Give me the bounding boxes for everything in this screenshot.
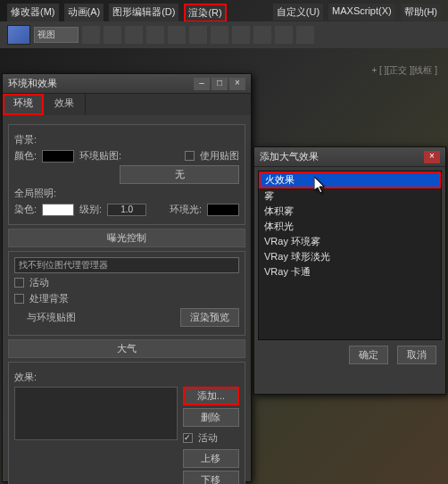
- atm-item-fire[interactable]: 火效果: [259, 171, 441, 188]
- exposure-title[interactable]: 曝光控制: [8, 229, 245, 247]
- main-toolbar: 视图: [0, 21, 448, 48]
- atm-item-vraysphere[interactable]: VRay 球形淡光: [259, 249, 441, 264]
- menu-graph-editors[interactable]: 图形编辑器(D): [109, 4, 178, 22]
- env-titlebar[interactable]: 环境和效果 – □ ×: [3, 74, 251, 94]
- app-icon: [7, 25, 30, 45]
- tab-environment[interactable]: 环境: [3, 94, 44, 115]
- environment-effects-dialog: 环境和效果 – □ × 环境 效果 背景: 颜色: 环境贴图: 使用贴图 无 全…: [2, 73, 252, 482]
- atm-item-vraytoon[interactable]: VRay 卡通: [259, 264, 441, 280]
- menu-help[interactable]: 帮助(H): [401, 4, 441, 21]
- bg-color-label: 颜色:: [14, 149, 37, 163]
- env-title: 环境和效果: [8, 77, 57, 90]
- envmap-label: 环境贴图:: [79, 149, 121, 163]
- procbg-label: 处理背景: [29, 292, 69, 305]
- atmosphere-section: 效果: 添加... 删除 活动 上移 下移 名称: 合并: [8, 362, 245, 484]
- envlight-swatch[interactable]: [207, 204, 239, 216]
- tool-10[interactable]: [275, 26, 293, 44]
- level-spinner[interactable]: 1.0: [107, 204, 146, 216]
- maximize-button[interactable]: □: [212, 78, 228, 90]
- atmos-active-label: 活动: [198, 431, 218, 445]
- atmos-active-checkbox[interactable]: [183, 433, 193, 443]
- tool-11[interactable]: [296, 26, 314, 44]
- withenv-label: 与环境贴图: [27, 311, 76, 324]
- menu-customize[interactable]: 自定义(U): [273, 4, 323, 21]
- render-preview-button[interactable]: 渲染预览: [180, 308, 239, 327]
- exposure-active-checkbox[interactable]: [14, 278, 24, 288]
- atmos-down-button[interactable]: 下移: [183, 471, 239, 484]
- atmos-delete-button[interactable]: 删除: [183, 408, 239, 427]
- atm-item-volfog[interactable]: 体积雾: [259, 204, 441, 219]
- tool-8[interactable]: [232, 26, 250, 44]
- atm-close-button[interactable]: ×: [424, 151, 440, 163]
- add-atmospheric-dialog: 添加大气效果 × 火效果 雾 体积雾 体积光 VRay 环境雾 VRay 球形淡…: [253, 146, 446, 395]
- envlight-label: 环境光:: [170, 203, 202, 216]
- atm-cancel-button[interactable]: 取消: [397, 346, 436, 364]
- atm-titlebar[interactable]: 添加大气效果 ×: [254, 147, 445, 167]
- view-dropdown[interactable]: 视图: [34, 27, 79, 43]
- atmos-effects-list[interactable]: [14, 387, 178, 440]
- atmosphere-title[interactable]: 大气: [8, 339, 245, 358]
- close-button[interactable]: ×: [229, 78, 245, 90]
- menu-rendering[interactable]: 渲染(R): [184, 4, 226, 22]
- atm-effects-list[interactable]: 火效果 雾 体积雾 体积光 VRay 环境雾 VRay 球形淡光 VRay 卡通: [258, 171, 442, 340]
- procbg-checkbox[interactable]: [14, 294, 24, 304]
- viewport-label: + [ ][正交 ][线框 ]: [371, 64, 437, 77]
- menu-modifiers[interactable]: 修改器(M): [7, 4, 59, 22]
- use-map-label: 使用贴图: [200, 149, 239, 163]
- tool-3[interactable]: [125, 26, 143, 44]
- bg-color-swatch[interactable]: [42, 150, 74, 163]
- atm-item-vrayfog[interactable]: VRay 环境雾: [259, 234, 441, 249]
- exposure-active-label: 活动: [29, 276, 49, 289]
- minimize-button[interactable]: –: [194, 78, 210, 90]
- bg-label: 背景:: [14, 133, 37, 146]
- menu-maxscript[interactable]: MAXScript(X): [328, 4, 395, 21]
- exposure-section: 找不到位图代理管理器 活动 处理背景 与环境贴图 渲染预览: [8, 251, 245, 336]
- atmos-fx-label: 效果:: [14, 371, 37, 384]
- exposure-dropdown[interactable]: 找不到位图代理管理器: [14, 257, 239, 273]
- tab-effects[interactable]: 效果: [44, 94, 86, 115]
- atmos-up-button[interactable]: 上移: [183, 449, 239, 468]
- envmap-none-button[interactable]: 无: [120, 165, 239, 184]
- atm-item-vollight[interactable]: 体积光: [259, 219, 441, 234]
- level-label: 级别:: [79, 203, 102, 216]
- dye-swatch[interactable]: [42, 204, 74, 216]
- gi-label: 全局照明:: [14, 187, 56, 200]
- use-map-checkbox[interactable]: [185, 151, 195, 161]
- atm-item-fog[interactable]: 雾: [259, 188, 441, 204]
- tool-5[interactable]: [168, 26, 186, 44]
- tool-9[interactable]: [253, 26, 271, 44]
- menu-animation[interactable]: 动画(A): [64, 4, 104, 22]
- env-tabs: 环境 效果: [3, 94, 251, 115]
- tool-1[interactable]: [82, 26, 100, 44]
- tool-2[interactable]: [104, 26, 121, 44]
- tool-4[interactable]: [146, 26, 164, 44]
- tool-6[interactable]: [189, 26, 207, 44]
- dye-label: 染色:: [14, 203, 37, 216]
- atmos-add-button[interactable]: 添加...: [183, 387, 239, 405]
- background-section: 背景: 颜色: 环境贴图: 使用贴图 无 全局照明: 染色: 级别: 1.0 环…: [8, 124, 245, 225]
- atm-title: 添加大气效果: [260, 150, 319, 163]
- main-menu-bar: 修改器(M) 动画(A) 图形编辑器(D) 渲染(R): [7, 4, 227, 22]
- tool-7[interactable]: [211, 26, 228, 44]
- atm-ok-button[interactable]: 确定: [349, 346, 388, 364]
- main-menu-bar-right: 自定义(U) MAXScript(X) 帮助(H): [273, 4, 441, 21]
